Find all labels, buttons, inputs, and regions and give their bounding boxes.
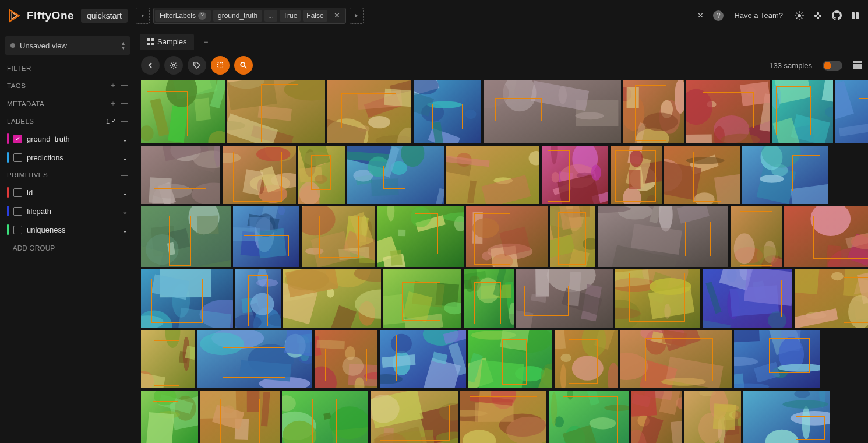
sample-thumbnail[interactable] [298, 146, 345, 204]
sample-thumbnail[interactable] [684, 391, 741, 443]
plus-icon[interactable]: ＋ [110, 81, 117, 90]
tab-samples[interactable]: Samples [140, 34, 194, 50]
stage-remove[interactable]: ✕ [330, 9, 344, 22]
sample-thumbnail[interactable] [620, 330, 732, 388]
back-button[interactable] [141, 56, 160, 75]
add-stage-before[interactable] [136, 8, 150, 24]
stage-arg-2[interactable]: True [280, 10, 301, 22]
stage-arg-3[interactable]: False [303, 10, 327, 22]
sample-thumbnail[interactable] [615, 269, 700, 328]
team-link[interactable]: Have a Team? [734, 11, 783, 20]
layout-grid-icon[interactable] [853, 60, 862, 71]
chevron-down-icon[interactable]: ⌄ [122, 135, 128, 143]
search-button[interactable] [234, 56, 253, 75]
github-icon[interactable] [831, 10, 842, 22]
minus-icon[interactable]: — [121, 99, 128, 108]
settings-button[interactable] [164, 56, 183, 75]
sample-thumbnail[interactable] [550, 206, 595, 267]
chevron-down-icon[interactable]: ⌄ [122, 226, 128, 234]
sample-thumbnail[interactable] [141, 80, 225, 143]
help-icon[interactable]: ? [198, 12, 206, 20]
sample-thumbnail[interactable] [282, 391, 368, 443]
chevron-down-icon[interactable]: ⌄ [122, 207, 128, 216]
sample-thumbnail[interactable] [731, 206, 782, 267]
section-labels[interactable]: LABELS 1 ✓ — [5, 113, 130, 129]
minus-icon[interactable]: — [121, 81, 128, 90]
overlay-toggle[interactable] [823, 61, 842, 71]
sample-thumbnail[interactable] [598, 206, 728, 267]
section-primitives[interactable]: PRIMITIVES — [5, 167, 130, 182]
sample-thumbnail[interactable] [383, 269, 461, 328]
field-uniqueness[interactable]: uniqueness ⌄ [5, 221, 130, 238]
sample-thumbnail[interactable] [611, 146, 662, 204]
sample-thumbnail[interactable] [347, 146, 444, 204]
clear-view-icon[interactable]: ✕ [694, 10, 706, 22]
add-group-button[interactable]: + ADD GROUP [5, 240, 130, 257]
sample-thumbnail[interactable] [141, 206, 231, 267]
sample-thumbnail[interactable] [734, 330, 820, 388]
sample-thumbnail[interactable] [742, 146, 828, 204]
sample-thumbnail[interactable] [549, 391, 629, 443]
sample-thumbnail[interactable] [664, 146, 740, 204]
sample-thumbnail[interactable] [200, 391, 280, 443]
sample-thumbnail[interactable] [555, 330, 618, 388]
sample-thumbnail[interactable] [302, 206, 375, 267]
field-filepath[interactable]: filepath ⌄ [5, 202, 130, 220]
tag-button[interactable] [188, 56, 206, 75]
sample-thumbnail[interactable] [460, 391, 546, 443]
sample-thumbnail[interactable] [414, 80, 481, 143]
sample-thumbnail[interactable] [795, 269, 868, 328]
sample-thumbnail[interactable] [141, 146, 220, 204]
sample-thumbnail[interactable] [141, 391, 198, 443]
checkbox-icon[interactable] [13, 135, 22, 143]
sample-thumbnail[interactable] [371, 391, 458, 443]
dataset-selector[interactable]: quickstart [81, 9, 128, 23]
help-icon[interactable]: ? [713, 10, 724, 21]
app-logo[interactable]: FiftyOne [7, 8, 74, 23]
chevron-down-icon[interactable]: ⌄ [122, 188, 128, 197]
sample-thumbnail[interactable] [516, 269, 613, 328]
checkbox-icon[interactable] [13, 226, 22, 234]
minus-icon[interactable]: — [121, 117, 128, 125]
field-ground-truth[interactable]: ground_truth ⌄ [5, 130, 130, 147]
sample-thumbnail[interactable] [141, 330, 195, 388]
field-id[interactable]: id ⌄ [5, 184, 130, 201]
sample-thumbnail[interactable] [631, 391, 682, 443]
checkbox-icon[interactable] [13, 207, 22, 216]
sample-grid[interactable] [135, 78, 868, 443]
sample-thumbnail[interactable] [141, 269, 233, 328]
sample-thumbnail[interactable] [784, 206, 868, 267]
minus-icon[interactable]: — [121, 171, 128, 178]
section-tags[interactable]: TAGS ＋— [5, 77, 130, 94]
sample-thumbnail[interactable] [223, 146, 296, 204]
checkbox-icon[interactable] [13, 188, 22, 197]
sample-thumbnail[interactable] [197, 330, 312, 388]
sample-thumbnail[interactable] [315, 330, 377, 388]
sample-thumbnail[interactable] [233, 206, 299, 267]
sample-thumbnail[interactable] [623, 80, 684, 143]
sample-thumbnail[interactable] [446, 146, 539, 204]
slack-icon[interactable] [812, 10, 824, 22]
sample-thumbnail[interactable] [227, 80, 325, 143]
section-metadata[interactable]: METADATA ＋— [5, 95, 130, 112]
sample-thumbnail[interactable] [283, 269, 381, 328]
view-selector[interactable]: Unsaved view ▴▾ [5, 36, 130, 55]
sample-thumbnail[interactable] [743, 391, 830, 443]
sample-thumbnail[interactable] [327, 80, 411, 143]
sample-thumbnail[interactable] [468, 330, 552, 388]
sample-thumbnail[interactable] [703, 269, 792, 328]
filter-stage-chip[interactable]: FilterLabels ? ground_truth ... True Fal… [153, 8, 346, 24]
sample-thumbnail[interactable] [686, 80, 770, 143]
sample-thumbnail[interactable] [466, 206, 548, 267]
stage-arg-more[interactable]: ... [264, 10, 277, 22]
sample-thumbnail[interactable] [772, 80, 833, 143]
docs-icon[interactable] [849, 10, 861, 22]
sample-thumbnail[interactable] [377, 206, 464, 267]
chevron-down-icon[interactable]: ⌄ [122, 153, 128, 162]
tab-add-button[interactable]: ＋ [196, 33, 216, 51]
sample-thumbnail[interactable] [835, 80, 868, 143]
sample-thumbnail[interactable] [484, 80, 621, 143]
sample-thumbnail[interactable] [542, 146, 608, 204]
sample-thumbnail[interactable] [464, 269, 514, 328]
add-stage-after[interactable] [350, 8, 364, 24]
